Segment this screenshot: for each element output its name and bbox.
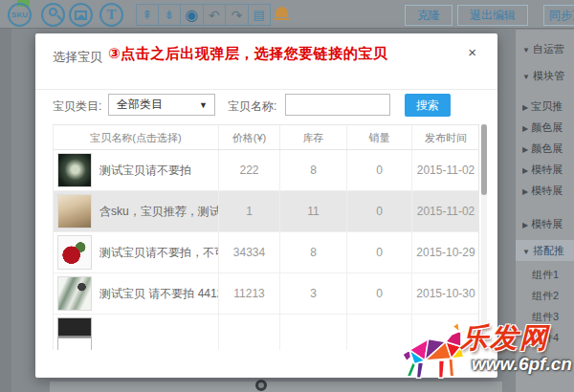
item-thumbnail [57, 317, 92, 350]
exit-edit-button[interactable]: 退出编辑 [457, 5, 528, 26]
undo-icon: ↶ [209, 8, 220, 23]
category-select[interactable]: 全部类目 ▼ [108, 94, 215, 116]
clone-button[interactable]: 克隆 [405, 5, 453, 26]
table-scrollbar-thumb[interactable] [481, 124, 487, 195]
triangle-right-icon: ▶ [522, 145, 528, 154]
insert-below-icon: ⇟ [164, 8, 174, 22]
item-stock: 8 [280, 232, 347, 272]
item-name-input[interactable] [285, 94, 390, 116]
item-name: 测试宝贝 请不要拍 441241 [99, 286, 218, 302]
close-icon[interactable]: × [468, 45, 476, 59]
select-item-modal: 选择宝贝 ③点击之后出现弹层，选择您要链接的宝贝 × 宝贝类目: 全部类目 ▼ … [35, 33, 497, 378]
item-stock [280, 315, 347, 350]
col-header-name: 宝贝名称(点击选择) [54, 125, 219, 149]
insert-above-button[interactable]: ⇞ [136, 4, 159, 26]
table-row[interactable]: 测试宝贝请不要拍 222 8 0 2015-11-02 [54, 150, 478, 191]
save-icon: ▤ [254, 8, 265, 22]
category-select-value: 全部类目 [117, 98, 163, 111]
editor-toolbar: SKU T ⇞ ⇟ ◉ ↶ ↷ ▤ 克隆 退出编辑 同步页面 [0, 0, 574, 29]
triangle-down-icon: ▼ [522, 248, 530, 256]
sidebar-item-color-display-1[interactable]: ▶颜色展 [522, 120, 574, 136]
globe-button[interactable]: ◉ [181, 4, 204, 26]
item-stock: 11 [280, 191, 347, 231]
text-tool-button[interactable]: T [99, 3, 123, 27]
table-header-row: 宝贝名称(点击选择) 价格(¥) 库存 销量 发布时间 [54, 125, 478, 150]
item-table: 宝贝名称(点击选择) 价格(¥) 库存 销量 发布时间 测试宝贝请不要拍 222… [53, 124, 479, 350]
triangle-down-icon: ▼ [522, 73, 530, 81]
item-thumbnail [57, 194, 92, 229]
item-name-label: 宝贝名称: [228, 98, 276, 115]
bell-icon[interactable] [276, 7, 288, 17]
sku-icon: SKU [11, 11, 28, 19]
item-price: 222 [219, 150, 280, 190]
item-name: 测试宝贝请不要拍 [99, 163, 191, 179]
item-sales: 0 [347, 150, 412, 190]
redo-button[interactable]: ↷ [226, 4, 249, 26]
page-left-edge [0, 0, 11, 392]
triangle-right-icon: ▶ [522, 166, 528, 175]
sidebar-item-component-4[interactable]: 组件4 [532, 331, 574, 346]
insert-below-button[interactable]: ⇟ [159, 4, 182, 26]
image-icon [75, 11, 87, 20]
undo-button[interactable]: ↶ [204, 4, 227, 26]
col-header-sales: 销量 [347, 125, 412, 149]
redo-icon: ↷ [231, 8, 242, 23]
header-divider [35, 89, 497, 90]
sidebar-item-component-1[interactable]: 组件1 [532, 268, 574, 283]
item-price: 1 [219, 191, 280, 231]
item-name: 含sku，宝贝推荐，测试宝贝请不要 [99, 204, 218, 220]
item-date [412, 315, 479, 350]
table-row[interactable]: 测试宝贝请不要拍，不可用神笔类 34334 8 0 2015-10-29 [54, 232, 478, 273]
sidebar-item-component-3[interactable]: 组件3 [532, 310, 574, 325]
item-price: 11213 [219, 273, 280, 314]
triangle-right-icon: ▶ [522, 103, 528, 112]
item-stock: 8 [280, 150, 347, 190]
col-header-price: 价格(¥) [219, 125, 280, 149]
col-header-stock: 库存 [280, 125, 347, 149]
item-date: 2015-10-29 [412, 232, 479, 272]
insert-above-icon: ⇞ [142, 8, 152, 22]
table-row[interactable] [54, 315, 478, 350]
link-tool-button[interactable] [41, 3, 65, 27]
triangle-right-icon: ▶ [522, 187, 528, 196]
save-button[interactable]: ▤ [249, 4, 272, 26]
sidebar-item-component-2[interactable]: 组件2 [532, 289, 574, 304]
sidebar-item-self-operate[interactable]: ▼自运营 [522, 42, 574, 57]
module-sidebar: ▼自运营 ▼模块管 ▶宝贝推 ▶颜色展 ▶颜色展 ▶模特展 ▶模特展 ▶模特展 … [515, 30, 574, 392]
sidebar-item-model-display-3[interactable]: ▶模特展 [522, 217, 574, 232]
col-header-date: 发布时间 [412, 125, 479, 149]
sidebar-item-module-manage[interactable]: ▼模块管 [522, 69, 574, 84]
sidebar-item-item-recommend[interactable]: ▶宝贝推 [522, 99, 574, 115]
sidebar-item-model-display-1[interactable]: ▶模特展 [522, 163, 574, 178]
category-label: 宝贝类目: [53, 98, 101, 115]
annotation-text: ③点击之后出现弹层，选择您要链接的宝贝 [108, 45, 387, 63]
search-button[interactable]: 搜索 [405, 94, 451, 117]
toolbar-button-group: ⇞ ⇟ ◉ ↶ ↷ ▤ [136, 4, 271, 26]
item-thumbnail [57, 276, 92, 311]
item-stock: 3 [280, 273, 347, 314]
sync-page-button[interactable]: 同步页面 [543, 5, 574, 26]
sku-tool-button[interactable]: SKU [8, 3, 32, 27]
module-bar-under-modal [50, 381, 502, 392]
item-date: 2015-11-02 [412, 191, 479, 231]
table-row[interactable]: 测试宝贝 请不要拍 441241 11213 3 0 2015-10-30 [54, 273, 478, 315]
item-name: 测试宝贝请不要拍，不可用神笔类 [99, 245, 218, 261]
triangle-right-icon: ▶ [522, 221, 528, 229]
item-sales [347, 315, 412, 350]
image-tool-button[interactable] [69, 3, 93, 27]
key-icon [47, 6, 59, 18]
item-thumbnail [57, 235, 92, 270]
globe-icon: ◉ [185, 6, 198, 24]
chevron-down-icon: ▼ [199, 96, 208, 116]
item-sales: 0 [347, 191, 412, 231]
table-row[interactable]: 含sku，宝贝推荐，测试宝贝请不要 1 11 0 2015-11-02 [54, 191, 478, 232]
text-icon: T [106, 7, 116, 23]
item-sales: 0 [347, 232, 412, 272]
sidebar-item-model-display-2[interactable]: ▶模特展 [522, 184, 574, 199]
item-date: 2015-11-02 [412, 150, 479, 190]
item-price [219, 315, 280, 350]
triangle-right-icon: ▶ [522, 124, 528, 133]
item-price: 34334 [219, 232, 280, 272]
sidebar-item-color-display-2[interactable]: ▶颜色展 [522, 142, 574, 157]
sidebar-item-match-recommend[interactable]: ▼搭配推 [516, 240, 574, 261]
